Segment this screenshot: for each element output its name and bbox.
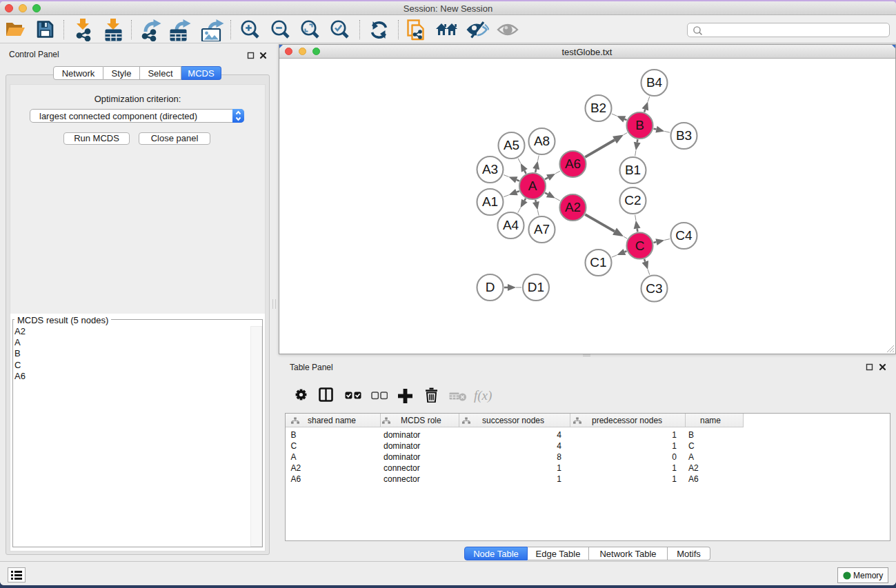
svg-text:C2: C2 [624, 193, 641, 207]
svg-text:C: C [635, 239, 644, 253]
svg-text:A8: A8 [533, 134, 549, 148]
svg-text:A4: A4 [502, 218, 519, 232]
svg-text:B3: B3 [675, 128, 691, 143]
svg-text:A2: A2 [564, 200, 580, 214]
svg-text:A3: A3 [481, 162, 497, 176]
svg-text:B: B [635, 118, 644, 132]
svg-text:A7: A7 [533, 222, 549, 236]
svg-text:D: D [485, 280, 495, 294]
svg-text:A1: A1 [481, 194, 497, 209]
svg-text:A5: A5 [503, 138, 519, 152]
svg-text:A: A [528, 179, 537, 193]
svg-text:B2: B2 [590, 101, 606, 115]
svg-text:B4: B4 [646, 75, 662, 90]
svg-text:C1: C1 [590, 255, 606, 270]
svg-text:C3: C3 [646, 281, 662, 296]
svg-text:C4: C4 [675, 228, 693, 243]
svg-text:A6: A6 [564, 156, 580, 171]
svg-text:B1: B1 [624, 163, 640, 177]
svg-text:D1: D1 [527, 280, 544, 294]
